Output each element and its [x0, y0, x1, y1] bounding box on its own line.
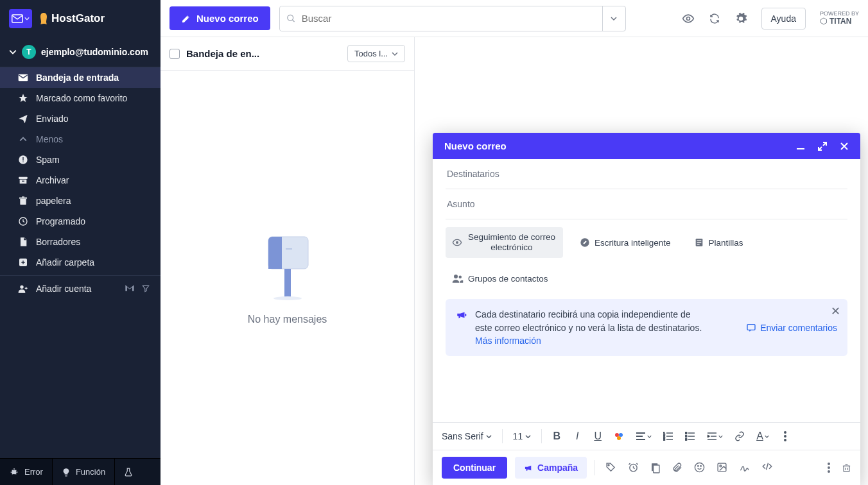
chevron-down-icon — [486, 434, 492, 439]
search-input[interactable] — [280, 6, 602, 31]
compose-header[interactable]: Nuevo correo — [433, 133, 860, 159]
svg-point-52 — [720, 465, 722, 467]
sidebar-item-scheduled[interactable]: Programado — [0, 211, 161, 232]
more-format-button[interactable] — [778, 429, 792, 444]
account-selector[interactable]: T ejemplo@tudominio.com — [0, 37, 161, 67]
alarm-icon[interactable] — [628, 462, 639, 473]
font-color-button[interactable]: A — [754, 428, 772, 445]
svg-point-2 — [686, 17, 690, 20]
close-icon[interactable] — [831, 307, 840, 315]
sidebar-item-sent[interactable]: Enviado — [0, 108, 161, 129]
delete-draft-icon[interactable] — [842, 463, 851, 473]
sidebar-item-label: Menos — [36, 134, 63, 144]
underline-button[interactable]: U — [591, 428, 605, 445]
image-icon[interactable] — [716, 462, 727, 473]
ordered-list-button[interactable]: 123 — [661, 429, 676, 443]
bottom-flask-button[interactable] — [115, 459, 142, 485]
sidebar-item-add-folder[interactable]: Añadir carpeta — [0, 252, 161, 273]
svg-point-53 — [828, 463, 830, 465]
edit-icon — [181, 13, 191, 24]
search-dropdown-toggle[interactable] — [602, 6, 625, 31]
emoji-icon[interactable] — [694, 462, 705, 473]
code-icon[interactable] — [761, 462, 773, 473]
italic-button[interactable]: I — [570, 428, 584, 445]
attachment-icon[interactable] — [672, 462, 682, 473]
clock-icon — [18, 216, 28, 226]
recipients-field[interactable]: Destinatarios — [446, 159, 847, 189]
bottom-feature-button[interactable]: Función — [53, 459, 115, 485]
message-list-pane: Bandeja de en... Todos l... No hay mensa… — [161, 37, 415, 485]
select-all-checkbox[interactable] — [169, 49, 180, 59]
sidebar-item-inbox[interactable]: Bandeja de entrada — [0, 67, 161, 88]
gmail-m-icon[interactable] — [125, 284, 135, 293]
svg-rect-6 — [22, 162, 23, 162]
text-color-button[interactable] — [611, 429, 627, 444]
chip-templates[interactable]: Plantillas — [688, 232, 750, 253]
close-icon[interactable] — [840, 142, 849, 151]
campaign-button[interactable]: Campaña — [515, 457, 587, 479]
info-banner: Cada destinatario recibirá una copia ind… — [446, 299, 847, 356]
tag-icon[interactable] — [605, 462, 616, 473]
more-icon[interactable] — [828, 463, 830, 473]
compose-editor[interactable] — [446, 356, 847, 422]
svg-point-49 — [698, 466, 699, 466]
chevron-down-icon — [24, 16, 30, 21]
gear-icon[interactable] — [734, 12, 747, 25]
bottom-error-button[interactable]: Error — [0, 459, 53, 485]
align-button[interactable] — [633, 429, 654, 443]
hostgator-logo: HostGator — [39, 12, 105, 25]
list-filter-dropdown[interactable]: Todos l... — [347, 45, 405, 62]
svg-point-48 — [695, 463, 704, 472]
send-feedback-link[interactable]: Enviar comentarios — [746, 323, 837, 333]
eye-icon[interactable] — [682, 12, 695, 25]
sidebar-item-label: Bandeja de entrada — [36, 72, 119, 83]
svg-point-33 — [619, 433, 623, 437]
flask-icon — [124, 467, 133, 477]
list-header: Bandeja de en... Todos l... — [161, 37, 414, 71]
font-size-select[interactable]: 11 — [510, 430, 534, 443]
minimize-icon[interactable] — [796, 142, 805, 151]
svg-point-55 — [828, 470, 830, 473]
font-family-select[interactable]: Sans Serif — [439, 430, 494, 443]
app-logo-badge[interactable] — [9, 9, 32, 28]
signature-icon[interactable] — [739, 462, 750, 473]
sidebar-item-label: papelera — [36, 196, 71, 206]
brand-area: HostGator — [0, 0, 161, 37]
sidebar-item-spam[interactable]: Spam — [0, 149, 161, 170]
template-icon — [694, 237, 704, 248]
compose-button[interactable]: Nuevo correo — [169, 6, 270, 30]
search-container — [279, 6, 626, 31]
indent-button[interactable] — [704, 429, 725, 443]
sidebar-item-trash[interactable]: papelera — [0, 191, 161, 211]
template-icon[interactable] — [650, 462, 661, 473]
expand-icon[interactable] — [818, 142, 827, 151]
compose-title: Nuevo correo — [444, 140, 507, 151]
subject-field[interactable]: Asunto — [446, 189, 847, 219]
person-plus-icon — [18, 284, 28, 294]
bullet-list-button[interactable] — [682, 429, 698, 443]
chip-email-tracking[interactable]: Seguimiento de correo electrónico — [446, 227, 563, 258]
add-account-button[interactable]: Añadir cuenta — [0, 276, 161, 302]
sidebar-item-less[interactable]: Menos — [0, 129, 161, 149]
svg-point-23 — [456, 241, 458, 244]
chip-contact-groups[interactable]: Grupos de contactos — [446, 268, 555, 289]
search-icon — [286, 13, 296, 23]
filter-icon[interactable] — [141, 284, 150, 293]
continue-button[interactable]: Continuar — [442, 457, 507, 479]
pencil-circle-icon — [580, 237, 590, 248]
refresh-icon[interactable] — [709, 13, 720, 24]
help-button[interactable]: Ayuda — [761, 8, 806, 30]
chevron-down-icon — [392, 51, 398, 57]
sidebar-item-archive[interactable]: Archivar — [0, 170, 161, 191]
sidebar-item-starred[interactable]: Marcado como favorito — [0, 88, 161, 108]
svg-point-50 — [700, 466, 701, 466]
link-button[interactable] — [732, 429, 747, 444]
more-info-link[interactable]: Más información — [475, 336, 541, 346]
powered-by: POWERED BY TITAN — [820, 11, 859, 26]
bold-button[interactable]: B — [550, 428, 564, 445]
alert-icon — [18, 155, 28, 165]
folder-nav: Bandeja de entrada Marcado como favorito… — [0, 67, 161, 273]
titan-cube-icon — [820, 17, 828, 25]
chip-smart-write[interactable]: Escritura inteligente — [573, 232, 677, 253]
sidebar-item-drafts[interactable]: Borradores — [0, 232, 161, 252]
